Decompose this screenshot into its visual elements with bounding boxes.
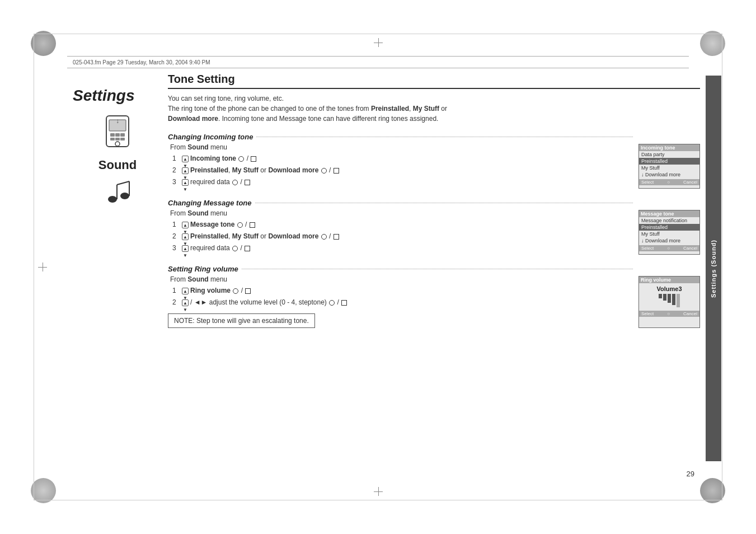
screen2-circle: ○ [667, 246, 670, 251]
nav-up-icon: ▲▼ [182, 156, 189, 162]
svg-rect-5 [120, 133, 125, 137]
screen1-title: Incoming tone [639, 144, 699, 151]
svg-text:↓: ↓ [116, 117, 119, 125]
screen2-cancel: Cancel [683, 246, 697, 251]
volume-display: Volume3 [639, 283, 699, 310]
file-info-text: 025-043.fm Page 29 Tuesday, March 30, 20… [67, 59, 210, 65]
screen2-item3: ↓ Download more [639, 237, 699, 244]
music-note-icon [102, 178, 133, 209]
vol-bar-1 [659, 294, 662, 298]
sel-c-s2-1 [237, 222, 243, 228]
incoming-tone-screen: Incoming tone Data party Preinstalled My… [638, 144, 700, 189]
screen1-item1: Preinstalled [639, 158, 699, 165]
step-item: 2 ▲▼ / ◄► adjust the volume level (0 - 4… [172, 297, 633, 307]
nav-icon-s2-2: ▲▼ [182, 233, 189, 240]
nav-sq-s3-2 [341, 300, 347, 306]
select-circle3 [232, 180, 238, 185]
nav-sq-s2-2 [334, 234, 339, 240]
nav-updown-icon: ▲▼ [182, 167, 189, 174]
section3-title: Setting Ring volume [168, 265, 633, 273]
volume-bars [641, 294, 697, 307]
note-box: NOTE: Step tone will give an escalating … [168, 313, 315, 328]
sel-c-s3-1 [233, 288, 238, 294]
intro-line1: You can set ring tone, ring volume, etc. [168, 95, 284, 102]
screen3-bottom: Select ○ Cancel [639, 311, 699, 317]
screen2-item1: Preinstalled [639, 224, 699, 231]
sound-label: Sound [98, 158, 137, 172]
step-item: 1 ▲▼ Message tone / [172, 219, 633, 229]
volume-label: Volume3 [641, 285, 697, 292]
svg-rect-7 [115, 138, 120, 140]
svg-point-10 [108, 196, 117, 203]
svg-rect-3 [110, 133, 115, 137]
nav-sq2 [334, 168, 339, 174]
vol-bar-5 [677, 294, 680, 307]
sel-c-s2-2 [321, 234, 327, 240]
intro-line2: The ring tone of the phone can be change… [168, 105, 447, 113]
section1-steps: 1 ▲▼ Incoming tone / 2 ▲▼ Preinstalled, … [172, 153, 633, 187]
intro-text: You can set ring tone, ring volume, etc.… [168, 93, 700, 124]
svg-rect-4 [115, 133, 120, 137]
screen3-title: Ring volume [639, 277, 699, 283]
settings-heading: Settings [73, 87, 134, 105]
nav-icon-s2-1: ▲▼ [182, 222, 189, 228]
screen1-item2: My Stuff [639, 165, 699, 171]
section1-from-menu: From Sound menu [170, 143, 633, 151]
section3-from-menu: From Sound menu [170, 275, 633, 283]
ring-volume-screen: Ring volume Volume3 Select ○ Cancel [638, 276, 700, 328]
section3-steps: 1 ▲▼ Ring volume / 2 ▲▼ / ◄► adjust the … [172, 285, 633, 307]
nav-icon-s3-1: ▲▼ [182, 288, 189, 294]
screen1-item0: Data party [639, 151, 699, 158]
svg-rect-6 [110, 138, 115, 140]
nav-updown-icon2: ▲▼ [182, 179, 189, 186]
phone-icon-top: ↓ [98, 113, 137, 152]
section-incoming-tone: Changing Incoming tone From Sound menu 1… [168, 133, 700, 189]
right-vertical-tab: Settings (Sound) [706, 76, 721, 461]
screen2-bottom: Select ○ Cancel [639, 245, 699, 251]
step-item: 2 ▲▼ Preinstalled, My Stuff or Download … [172, 231, 633, 241]
nav-sq [251, 156, 256, 162]
nav-icon-s3-2: ▲▼ [182, 299, 189, 306]
screen2-title: Message tone [639, 210, 699, 217]
page-title: Tone Setting [168, 73, 700, 89]
screen3-circle: ○ [667, 311, 670, 316]
vol-bar-4 [672, 294, 675, 305]
message-tone-screen: Message tone Message notification Preins… [638, 210, 700, 255]
select-circle [238, 156, 244, 162]
section2-steps: 1 ▲▼ Message tone / 2 ▲▼ Preinstalled, M… [172, 219, 633, 253]
screen1-item3: ↓ Download more [639, 171, 699, 178]
nav-icon-s2-3: ▲▼ [182, 245, 189, 252]
vol-bar-2 [663, 294, 666, 301]
step-item: 1 ▲▼ Incoming tone / [172, 153, 633, 163]
section-ring-volume: Setting Ring volume From Sound menu 1 ▲▼… [168, 265, 700, 328]
section-message-tone: Changing Message tone From Sound menu 1 … [168, 199, 700, 255]
nav-sq-s2-3 [245, 246, 250, 251]
screen2-item0: Message notification [639, 217, 699, 224]
vol-bar-3 [668, 294, 671, 303]
step-item: 2 ▲▼ Preinstalled, My Stuff or Download … [172, 165, 633, 175]
section1-title: Changing Incoming tone [168, 133, 633, 141]
header-bar: 025-043.fm Page 29 Tuesday, March 30, 20… [67, 56, 689, 68]
left-sidebar: Settings ↓ Sound [67, 76, 168, 209]
step-item: 3 ▲▼ required data / [172, 243, 633, 253]
screen1-bottom: Select ○ Cancel [639, 179, 699, 185]
svg-line-14 [117, 181, 129, 185]
screen1-circle: ○ [667, 180, 670, 185]
sel-c-s3-2 [329, 300, 335, 306]
intro-line3: Download more. Incoming tone and Message… [168, 115, 438, 123]
select-circle2 [321, 168, 327, 174]
screen2-select: Select [641, 246, 654, 251]
section2-title: Changing Message tone [168, 199, 633, 207]
screen1-select: Select [641, 180, 654, 185]
tab-label: Settings (Sound) [710, 240, 717, 298]
screen2-item2: My Stuff [639, 231, 699, 237]
section2-from-menu: From Sound menu [170, 209, 633, 217]
step-item: 3 ▲▼ required data / [172, 177, 633, 187]
step-item: 1 ▲▼ Ring volume / [172, 285, 633, 296]
note-text: NOTE: Step tone will give an escalating … [174, 317, 309, 325]
screen3-select: Select [641, 311, 654, 316]
nav-sq-s3-1 [245, 288, 251, 294]
svg-point-11 [120, 193, 129, 199]
svg-point-2 [115, 142, 120, 146]
nav-sq3 [245, 180, 250, 185]
